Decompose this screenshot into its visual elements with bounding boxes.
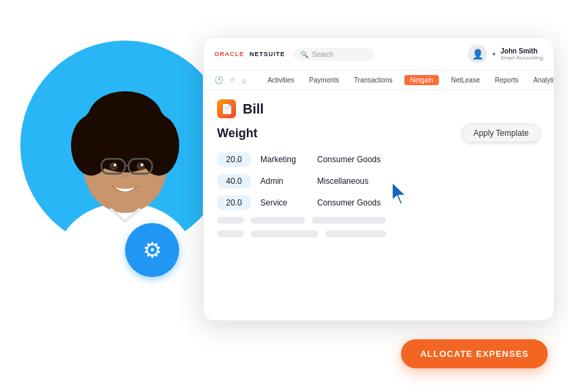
nav-transactions[interactable]: Transactions bbox=[352, 75, 396, 85]
user-role: Smart Accounting bbox=[500, 55, 543, 61]
nav-netlease[interactable]: NetLease bbox=[448, 75, 483, 85]
skeleton-block bbox=[217, 230, 244, 237]
netsuite-header: ORACLE NETSUITE 🔍 Search 👤 ▼ John Smith … bbox=[204, 38, 554, 71]
chevron-down-icon: ▼ bbox=[491, 51, 496, 57]
person-image bbox=[20, 41, 230, 250]
search-bar[interactable]: 🔍 Search bbox=[293, 48, 375, 61]
oracle-label: ORACLE bbox=[214, 51, 244, 57]
svg-point-21 bbox=[141, 164, 143, 166]
search-icon: 🔍 bbox=[300, 51, 308, 58]
weight-value-1: 20.0 bbox=[217, 152, 251, 167]
table-row: 40.0 Admin Miscellaneous bbox=[217, 174, 540, 189]
weight-title: Weight bbox=[217, 126, 258, 141]
navigation-bar: 🕐 ☆ ⌂ Activities Payments Transactions N… bbox=[204, 71, 554, 90]
user-details: John Smith Smart Accounting bbox=[500, 47, 543, 61]
svg-marker-22 bbox=[392, 182, 406, 204]
nav-analytics[interactable]: Analytics bbox=[531, 75, 554, 85]
table-row: 20.0 Service Consumer Goods bbox=[217, 195, 540, 210]
clock-icon[interactable]: 🕐 bbox=[214, 76, 224, 84]
bill-icon: 📄 bbox=[217, 99, 236, 118]
search-placeholder: Search bbox=[312, 51, 334, 58]
home-icon[interactable]: ⌂ bbox=[241, 76, 246, 84]
nav-reports[interactable]: Reports bbox=[492, 75, 521, 85]
category-2: Miscellaneous bbox=[317, 176, 369, 186]
svg-point-12 bbox=[149, 137, 169, 157]
weight-value-3: 20.0 bbox=[217, 195, 251, 210]
gear-icon: ⚙ bbox=[143, 237, 162, 263]
user-info: 👤 ▼ John Smith Smart Accounting bbox=[468, 45, 543, 64]
dept-1: Marketing bbox=[260, 155, 308, 164]
user-name: John Smith bbox=[500, 47, 543, 55]
netsuite-label: NETSUITE bbox=[250, 51, 285, 57]
bill-header: 📄 Bill bbox=[204, 90, 554, 124]
gear-badge: ⚙ bbox=[125, 223, 179, 277]
oracle-netsuite-logo: ORACLE NETSUITE bbox=[214, 51, 285, 57]
bill-title: Bill bbox=[243, 101, 264, 117]
svg-point-20 bbox=[114, 164, 116, 166]
apply-template-button[interactable]: Apply Template bbox=[462, 124, 540, 143]
dept-3: Service bbox=[260, 198, 308, 207]
cursor-arrow bbox=[391, 181, 411, 205]
skeleton-row-2 bbox=[217, 230, 540, 237]
category-1: Consumer Goods bbox=[317, 155, 381, 164]
nav-icons: 🕐 ☆ ⌂ bbox=[214, 76, 246, 84]
weight-section: Weight Apply Template 20.0 Marketing Con… bbox=[204, 124, 554, 255]
category-3: Consumer Goods bbox=[317, 198, 381, 207]
netsuite-panel: ORACLE NETSUITE 🔍 Search 👤 ▼ John Smith … bbox=[203, 37, 554, 321]
svg-point-14 bbox=[78, 151, 97, 170]
nav-netgain[interactable]: Netgain bbox=[404, 75, 438, 85]
weight-value-2: 40.0 bbox=[217, 174, 251, 189]
skeleton-block bbox=[312, 217, 386, 224]
allocate-expenses-button[interactable]: ALLOCATE EXPENSES bbox=[401, 339, 548, 368]
skeleton-rows bbox=[217, 217, 540, 237]
skeleton-row-1 bbox=[217, 217, 540, 224]
skeleton-block bbox=[325, 230, 386, 237]
table-row: 20.0 Marketing Consumer Goods bbox=[217, 152, 540, 167]
user-avatar: 👤 bbox=[468, 45, 487, 64]
weight-table: 20.0 Marketing Consumer Goods 40.0 Admin… bbox=[217, 152, 540, 237]
svg-point-19 bbox=[137, 162, 145, 170]
skeleton-block bbox=[251, 217, 305, 224]
weight-header: Weight Apply Template bbox=[217, 124, 540, 143]
svg-point-18 bbox=[110, 162, 118, 170]
dept-2: Admin bbox=[260, 176, 308, 186]
nav-payments[interactable]: Payments bbox=[306, 75, 341, 85]
star-icon[interactable]: ☆ bbox=[229, 76, 236, 84]
skeleton-block bbox=[251, 230, 318, 237]
skeleton-block bbox=[217, 217, 244, 224]
nav-activities[interactable]: Activities bbox=[265, 75, 297, 85]
